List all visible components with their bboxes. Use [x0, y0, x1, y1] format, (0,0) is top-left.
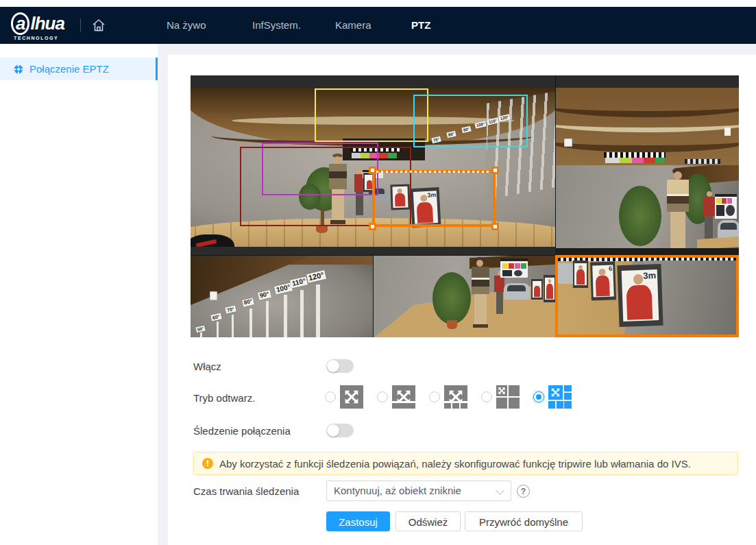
apply-button[interactable]: Zastosuj: [326, 511, 390, 531]
brand-subtext: TECHNOLOGY: [14, 36, 64, 40]
duration-label: Czas trwania śledzenia: [193, 485, 299, 497]
mode-radio[interactable]: [325, 391, 336, 402]
preview-panel-ceiling[interactable]: [555, 75, 739, 165]
restore-defaults-button[interactable]: Przywróć domyślne: [465, 511, 583, 531]
mode-quad-icon[interactable]: [496, 385, 520, 409]
angle-tag: 50°: [195, 326, 206, 333]
resize-handle[interactable]: [369, 223, 376, 230]
panorama-photo: 70° 80° 90° 100° 110° 120°: [191, 88, 555, 247]
chevron-down-icon: [496, 486, 504, 495]
mode-radio[interactable]: [377, 391, 388, 402]
preview-panel-room[interactable]: [555, 165, 739, 248]
enable-toggle[interactable]: [326, 359, 354, 373]
logo-a-circle: a: [11, 12, 29, 35]
dahua-logo: aalhualhua TECHNOLOGY: [11, 12, 64, 40]
color-chart: [715, 194, 737, 219]
mode-pano-bar-icon[interactable]: [392, 385, 415, 409]
poster-frame: [544, 275, 555, 302]
mode-options: [325, 385, 613, 409]
plant: [619, 186, 661, 246]
poster-frame: [531, 279, 543, 300]
eptz-link-icon: [14, 64, 23, 74]
angle-tag: 110°: [290, 276, 308, 288]
navbar-divider: [80, 19, 81, 32]
refresh-button[interactable]: Odśwież: [395, 511, 461, 531]
mode-pano-3-icon[interactable]: [444, 385, 467, 409]
preview-panel-room-2[interactable]: [373, 255, 555, 337]
tab-ptz[interactable]: PTZ: [411, 7, 430, 44]
mode-radio[interactable]: [481, 391, 492, 402]
home-icon[interactable]: [90, 17, 107, 34]
angle-tag: 100°: [274, 282, 293, 294]
angle-tag: 60°: [210, 313, 221, 321]
poster-distance-label: 6: [609, 265, 612, 272]
help-icon[interactable]: ?: [517, 485, 530, 498]
mode-pano-2-3-icon[interactable]: [548, 385, 572, 409]
link-tracking-label: Śledzenie połączenia: [193, 425, 291, 437]
ceiling-photo: [556, 88, 739, 165]
mode-radio[interactable]: [429, 391, 440, 402]
warning-text: Aby korzystać z funkcji śledzenia powiąz…: [219, 458, 691, 470]
overlay-rect-yellow: [315, 88, 428, 142]
sidebar: Połączenie EPTZ: [0, 44, 158, 545]
resize-handle[interactable]: [491, 167, 499, 174]
tab-na-zywo[interactable]: Na żywo: [167, 7, 206, 44]
poster-distance-label: 3m: [643, 270, 656, 281]
enable-label: Włącz: [193, 361, 221, 372]
angle-tag: 70°: [225, 305, 236, 313]
duration-select[interactable]: Kontynuuj, aż obiekt zniknie: [326, 481, 511, 501]
color-chart: [500, 258, 528, 278]
tab-kamera[interactable]: Kamera: [335, 7, 371, 44]
settings-card: 70° 80° 90° 100° 110° 120°: [168, 55, 756, 545]
warning-icon: !: [202, 458, 213, 469]
preview-panel-selected[interactable]: 6 3m: [555, 255, 739, 337]
angle-tag: 90°: [258, 290, 271, 300]
link-tracking-toggle[interactable]: [326, 424, 354, 437]
overlay-rect-orange-selection[interactable]: [372, 170, 496, 227]
sidebar-item-polaczenie-eptz[interactable]: Połączenie EPTZ: [0, 58, 158, 80]
poster-frame: [573, 261, 588, 288]
angle-tag: 80°: [242, 298, 254, 306]
duration-select-value: Kontynuuj, aż obiekt zniknie: [334, 485, 461, 496]
top-navbar: aalhualhua TECHNOLOGY Na żywo InfSystem.…: [0, 7, 756, 44]
overlay-rect-cyan: [413, 95, 528, 147]
warning-banner: ! Aby korzystać z funkcji śledzenia powi…: [193, 452, 738, 475]
preview-panel-panorama[interactable]: 70° 80° 90° 100° 110° 120°: [191, 75, 555, 255]
mode-label: Tryb odtwarz.: [193, 392, 255, 404]
angle-tag: 120°: [306, 270, 326, 283]
resize-handle[interactable]: [369, 167, 376, 174]
mode-radio-selected[interactable]: [533, 391, 544, 402]
preview-panel-angle-wall[interactable]: 50° 60° 70° 80° 90° 100° 110° 120°: [191, 255, 373, 337]
mode-pano-icon[interactable]: [340, 385, 363, 409]
resize-handle[interactable]: [491, 223, 499, 230]
sidebar-item-label: Połączenie EPTZ: [29, 63, 109, 75]
camera-preview: 70° 80° 90° 100° 110° 120°: [191, 75, 739, 337]
poster-frame-6: 6: [590, 261, 616, 300]
poster-frame-3m: 3m: [617, 264, 663, 327]
tab-infsystem[interactable]: InfSystem.: [252, 7, 301, 44]
